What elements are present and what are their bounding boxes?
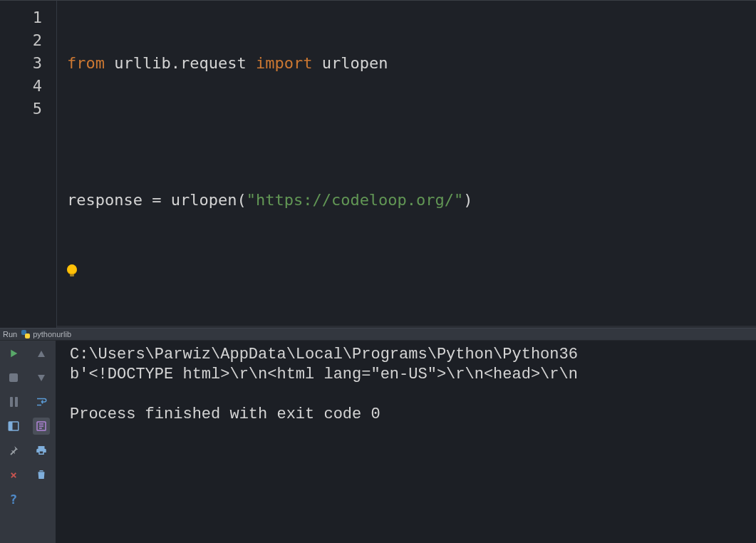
- stop-button[interactable]: [5, 369, 22, 386]
- code-line[interactable]: from urllib.request import urlopen: [67, 52, 756, 75]
- help-button[interactable]: ?: [5, 490, 22, 507]
- code-line[interactable]: [67, 257, 756, 280]
- code-line[interactable]: [67, 120, 756, 143]
- clear-all-button[interactable]: [33, 466, 50, 483]
- identifier: urlopen: [322, 54, 388, 72]
- soft-wrap-button[interactable]: [33, 393, 50, 410]
- intention-bulb-icon[interactable]: [67, 264, 77, 274]
- scroll-to-end-button[interactable]: [33, 418, 50, 435]
- pin-button[interactable]: [5, 442, 22, 459]
- python-icon: [21, 330, 30, 338]
- paren: (: [237, 191, 246, 209]
- print-button[interactable]: [33, 442, 50, 459]
- code-line[interactable]: response = urlopen("https://codeloop.org…: [67, 189, 756, 212]
- scroll-up-button[interactable]: [33, 345, 50, 362]
- line-number: 3: [0, 52, 56, 75]
- console-line: b'<!DOCTYPE html>\r\n<html lang="en-US">…: [70, 366, 578, 383]
- identifier: response: [67, 191, 143, 209]
- run-toolbar-left: × ?: [0, 341, 27, 543]
- run-tool-window: × ? C:\Users\Parwiz\AppData\Local\Progra…: [0, 341, 756, 543]
- keyword: from: [67, 54, 105, 72]
- code-editor[interactable]: from urllib.request import urlopen respo…: [57, 1, 756, 328]
- code-line-current[interactable]: print(response.read(100)): [57, 326, 756, 328]
- line-number-gutter: 1 2 3 4 5: [0, 1, 57, 328]
- module-path: urllib.request: [114, 54, 246, 72]
- line-number: 4: [0, 75, 56, 98]
- string-literal: "https://codeloop.org/": [247, 191, 464, 209]
- run-button[interactable]: [5, 345, 22, 362]
- run-tool-window-header[interactable]: Run pythonurlib: [0, 328, 756, 341]
- run-toolbar-right: [27, 341, 56, 543]
- function-call: urlopen: [171, 191, 237, 209]
- console-output[interactable]: C:\Users\Parwiz\AppData\Local\Programs\P…: [56, 341, 756, 543]
- paren: ): [463, 191, 472, 209]
- svg-rect-1: [9, 422, 12, 430]
- scroll-down-button[interactable]: [33, 369, 50, 386]
- close-button[interactable]: ×: [5, 466, 22, 483]
- operator: =: [152, 191, 161, 209]
- line-number: 1: [0, 6, 56, 29]
- keyword: import: [256, 54, 312, 72]
- layout-button-1[interactable]: [5, 418, 22, 435]
- run-config-name: pythonurlib: [33, 330, 71, 338]
- editor-area: 1 2 3 4 5 from urllib.request import url…: [0, 0, 756, 328]
- line-number: 2: [0, 29, 56, 52]
- line-number: 5: [0, 98, 56, 120]
- run-label: Run: [3, 330, 17, 338]
- console-line: Process finished with exit code 0: [70, 405, 380, 423]
- pause-button[interactable]: [5, 393, 22, 410]
- console-line: C:\Users\Parwiz\AppData\Local\Programs\P…: [70, 346, 578, 363]
